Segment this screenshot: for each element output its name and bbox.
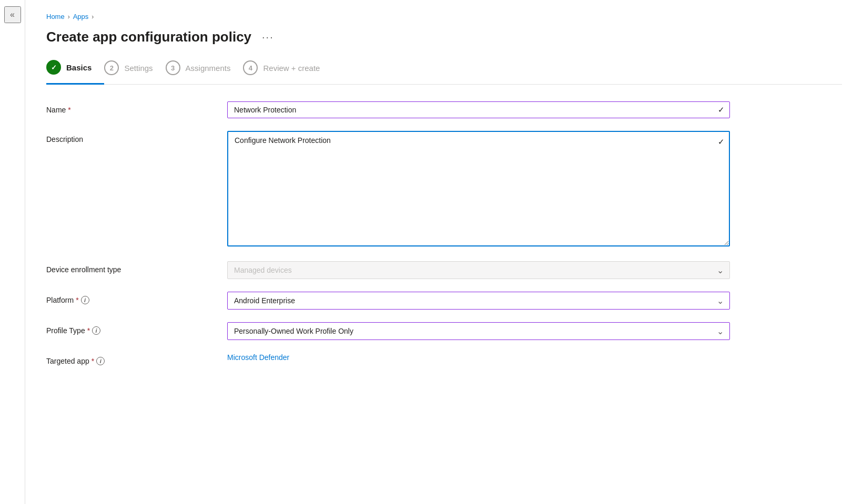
step-basics[interactable]: ✓ Basics — [46, 60, 104, 85]
platform-control-col: Android Enterprise ⌄ — [227, 292, 730, 310]
step-assignments-label: Assignments — [186, 64, 231, 73]
description-label: Description — [46, 135, 215, 143]
name-input[interactable] — [227, 101, 730, 118]
name-input-wrapper: ✓ — [227, 101, 730, 118]
step-settings[interactable]: 2 Settings — [104, 60, 165, 84]
platform-select-wrapper: Android Enterprise ⌄ — [227, 292, 730, 310]
profile-type-control-col: Personally-Owned Work Profile Only ⌄ — [227, 322, 730, 340]
targeted-app-required: * — [92, 357, 94, 365]
device-enrollment-select[interactable]: Managed devices — [227, 261, 730, 279]
breadcrumb-apps[interactable]: Apps — [73, 13, 89, 20]
profile-type-label: Profile Type * i — [46, 326, 215, 335]
device-enrollment-label-col: Device enrollment type — [46, 261, 215, 274]
targeted-app-label-col: Targeted app * i — [46, 353, 215, 365]
targeted-app-link[interactable]: Microsoft Defender — [227, 353, 289, 362]
step-settings-label: Settings — [124, 64, 153, 73]
breadcrumb: Home › Apps › — [46, 13, 842, 20]
page-title: Create app configuration policy — [46, 29, 251, 45]
device-enrollment-label: Device enrollment type — [46, 265, 215, 274]
device-enrollment-control-col: Managed devices ⌄ — [227, 261, 730, 279]
targeted-app-row: Targeted app * i Microsoft Defender — [46, 353, 730, 365]
sidebar: « — [0, 0, 25, 504]
description-control-col: Configure Network Protection ✓ — [227, 131, 730, 249]
name-row: Name * ✓ — [46, 101, 730, 118]
more-options-button[interactable]: ··· — [258, 29, 278, 45]
sidebar-collapse-button[interactable]: « — [4, 6, 21, 23]
profile-type-required: * — [87, 326, 90, 335]
targeted-app-info-icon[interactable]: i — [96, 357, 105, 365]
name-check-icon: ✓ — [718, 105, 725, 115]
name-control-col: ✓ — [227, 101, 730, 118]
step-review[interactable]: 4 Review + create — [243, 60, 332, 84]
targeted-app-control-col: Microsoft Defender — [227, 353, 730, 362]
description-textarea-wrapper: Configure Network Protection ✓ — [227, 131, 730, 249]
name-label-col: Name * — [46, 101, 215, 114]
platform-select[interactable]: Android Enterprise — [227, 292, 730, 310]
step-review-circle: 4 — [243, 60, 258, 75]
profile-type-select[interactable]: Personally-Owned Work Profile Only — [227, 322, 730, 340]
main-content: Home › Apps › Create app configuration p… — [25, 0, 863, 504]
platform-required: * — [76, 296, 78, 304]
page-title-row: Create app configuration policy ··· — [46, 29, 842, 45]
profile-type-row: Profile Type * i Personally-Owned Work P… — [46, 322, 730, 340]
name-label: Name * — [46, 106, 215, 114]
step-assignments-circle: 3 — [166, 60, 180, 75]
platform-label-col: Platform * i — [46, 292, 215, 304]
description-row: Description Configure Network Protection… — [46, 131, 730, 249]
platform-label: Platform * i — [46, 296, 215, 304]
profile-type-info-icon[interactable]: i — [92, 326, 100, 335]
step-basics-label: Basics — [66, 63, 92, 72]
breadcrumb-sep-2: › — [92, 13, 94, 20]
device-enrollment-select-wrapper: Managed devices ⌄ — [227, 261, 730, 279]
device-enrollment-row: Device enrollment type Managed devices ⌄ — [46, 261, 730, 279]
profile-type-label-col: Profile Type * i — [46, 322, 215, 335]
breadcrumb-home[interactable]: Home — [46, 13, 65, 20]
wizard-steps: ✓ Basics 2 Settings 3 Assignments 4 Revi… — [46, 60, 842, 85]
form-section: Name * ✓ Description Configure Networ — [46, 101, 730, 365]
step-basics-circle: ✓ — [46, 60, 61, 75]
step-settings-circle: 2 — [104, 60, 119, 75]
profile-type-select-wrapper: Personally-Owned Work Profile Only ⌄ — [227, 322, 730, 340]
description-textarea[interactable]: Configure Network Protection — [227, 131, 730, 246]
targeted-app-label: Targeted app * i — [46, 357, 215, 365]
name-required: * — [68, 106, 70, 114]
platform-row: Platform * i Android Enterprise ⌄ — [46, 292, 730, 310]
description-check-icon: ✓ — [718, 137, 725, 147]
step-assignments[interactable]: 3 Assignments — [166, 60, 243, 84]
description-label-col: Description — [46, 131, 215, 143]
step-review-label: Review + create — [263, 64, 320, 73]
breadcrumb-sep-1: › — [68, 13, 70, 20]
platform-info-icon[interactable]: i — [81, 296, 89, 304]
